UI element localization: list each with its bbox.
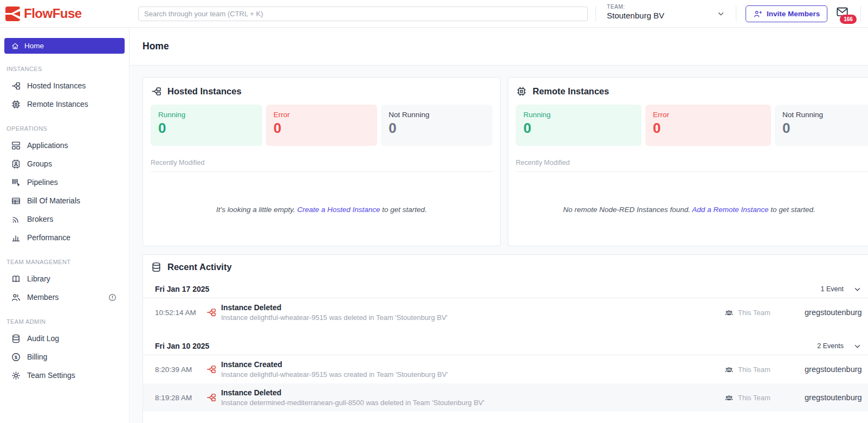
sidebar-item-label: Performance <box>27 233 70 242</box>
activity-group: Fri Jan 10 2025 2 Events 8:20:39 AM Inst… <box>143 337 868 412</box>
event-scope: This Team <box>738 394 770 402</box>
event-user: gregstoutenburg <box>805 308 868 317</box>
sidebar-item-audit-log[interactable]: Audit Log <box>4 329 125 348</box>
sidebar-item-billing[interactable]: $ Billing <box>4 348 125 366</box>
team-icon <box>724 308 734 317</box>
event-description: Instance delightful-wheatear-9515 was cr… <box>221 370 724 379</box>
search-input[interactable] <box>138 7 588 21</box>
hosted-instance-event-icon <box>206 364 217 375</box>
sidebar-item-label: Library <box>27 274 50 283</box>
hosted-instance-event-icon <box>206 307 217 318</box>
flowfuse-app: FlowFuse TEAM: Stoutenburg BV Invite Mem… <box>0 0 868 423</box>
flowfuse-logo[interactable]: FlowFuse <box>5 6 82 21</box>
hosted-instance-event-icon <box>206 392 217 403</box>
team-label: TEAM: <box>607 4 664 10</box>
bill-of-materials-icon <box>11 196 21 206</box>
sidebar-item-performance[interactable]: Performance <box>4 228 125 247</box>
notification-count-badge: 166 <box>840 15 857 24</box>
sidebar-item-label: Team Settings <box>27 371 75 380</box>
hosted-instances-icon <box>11 81 21 91</box>
activity-group: Fri Jan 17 2025 1 Event 10:52:14 AM Inst… <box>143 280 868 326</box>
invite-members-label: Invite Members <box>767 10 820 18</box>
stat-value: 0 <box>782 120 868 136</box>
sidebar-item-team-settings[interactable]: Team Settings <box>4 366 125 384</box>
svg-text:$: $ <box>15 354 17 360</box>
remote-instances-card: Remote Instances Running 0 Error 0 Not R… <box>508 77 868 246</box>
dashboard-content: Hosted Instances Running 0 Error 0 Not R… <box>130 66 868 423</box>
stat-label: Running <box>158 111 255 119</box>
brand-name: FlowFuse <box>24 6 82 21</box>
event-time: 8:20:39 AM <box>155 366 200 374</box>
notifications-button[interactable]: 166 <box>835 5 858 26</box>
team-icon <box>724 365 734 374</box>
audit-log-icon <box>11 334 21 344</box>
sidebar-item-applications[interactable]: Applications <box>4 136 125 155</box>
remote-not-running-stat: Not Running 0 <box>775 105 868 146</box>
remote-instances-icon <box>11 99 21 110</box>
event-time: 10:52:14 AM <box>155 309 200 317</box>
sidebar: Home INSTANCES Hosted Instances Remote I… <box>0 28 129 423</box>
team-icon <box>724 393 734 402</box>
sidebar-item-home[interactable]: Home <box>4 38 125 54</box>
sidebar-item-label: Hosted Instances <box>27 81 86 90</box>
chevron-down-icon[interactable] <box>716 9 726 18</box>
performance-icon <box>11 233 21 243</box>
sidebar-item-library[interactable]: Library <box>4 270 125 288</box>
header-divider <box>595 6 596 22</box>
event-title: Instance Deleted <box>221 303 724 312</box>
activity-event-row: 8:19:28 AM Instance Deleted Instance det… <box>143 383 868 412</box>
hosted-instances-card: Hosted Instances Running 0 Error 0 Not R… <box>142 77 501 246</box>
sidebar-section-team-management: TEAM MANAGEMENT <box>7 259 125 265</box>
sidebar-item-pipelines[interactable]: Pipelines <box>4 173 125 191</box>
event-description: Instance delightful-wheatear-9515 was de… <box>221 313 724 322</box>
event-title: Instance Created <box>221 360 724 369</box>
main-area: Home Hosted Instances Running 0 <box>130 28 868 423</box>
page-titlebar: Home <box>130 28 868 66</box>
stat-value: 0 <box>158 120 255 136</box>
top-header: FlowFuse TEAM: Stoutenburg BV Invite Mem… <box>0 0 868 28</box>
brokers-icon <box>11 214 21 225</box>
activity-event-row: 8:20:39 AM Instance Created Instance del… <box>143 355 868 383</box>
sidebar-item-members[interactable]: Members <box>4 288 125 306</box>
applications-icon <box>11 140 21 151</box>
remote-instances-icon <box>516 86 527 97</box>
sidebar-item-brokers[interactable]: Brokers <box>4 210 125 228</box>
add-remote-instance-link[interactable]: Add a Remote Instance <box>692 206 768 214</box>
event-time: 8:19:28 AM <box>155 394 200 402</box>
stat-label: Error <box>274 111 370 119</box>
sidebar-item-label: Brokers <box>27 215 53 223</box>
create-hosted-instance-link[interactable]: Create a Hosted Instance <box>297 206 380 214</box>
sidebar-item-label: Bill Of Materials <box>27 196 80 205</box>
library-icon <box>11 274 21 284</box>
event-user: gregstoutenburg <box>805 365 868 374</box>
event-title: Instance Deleted <box>221 388 724 397</box>
sidebar-item-groups[interactable]: Groups <box>4 155 125 173</box>
sidebar-section-team-admin: TEAM ADMIN <box>7 318 125 325</box>
activity-group-count: 1 Event <box>821 285 844 293</box>
hosted-running-stat: Running 0 <box>151 105 262 146</box>
sidebar-item-bill-of-materials[interactable]: Bill Of Materials <box>4 191 125 210</box>
recently-modified-label: Recently Modified <box>151 159 493 172</box>
chevron-down-icon[interactable] <box>853 285 861 293</box>
recent-activity-icon <box>151 261 162 273</box>
empty-text: to get started. <box>380 206 427 214</box>
event-scope: This Team <box>738 366 770 374</box>
sidebar-section-operations: OPERATIONS <box>7 125 125 132</box>
hosted-not-running-stat: Not Running 0 <box>381 105 493 146</box>
sidebar-item-remote-instances[interactable]: Remote Instances <box>4 95 125 113</box>
sidebar-item-label: Audit Log <box>27 334 59 343</box>
card-title: Remote Instances <box>533 86 609 97</box>
invite-members-button[interactable]: Invite Members <box>746 5 827 22</box>
chevron-down-icon[interactable] <box>853 342 861 350</box>
sidebar-item-hosted-instances[interactable]: Hosted Instances <box>4 76 125 95</box>
card-title: Hosted Instances <box>167 86 242 97</box>
flowfuse-logo-icon <box>5 7 20 21</box>
recent-activity-card: Recent Activity Fri Jan 17 2025 1 Event … <box>142 254 868 423</box>
sidebar-item-label: Billing <box>27 352 47 361</box>
sidebar-item-label: Members <box>27 293 59 302</box>
sidebar-item-label: Applications <box>27 141 68 150</box>
team-selector[interactable]: TEAM: Stoutenburg BV <box>607 4 664 20</box>
header-divider <box>860 6 861 22</box>
activity-group-date: Fri Jan 10 2025 <box>155 342 209 350</box>
alert-circle-icon <box>108 293 117 302</box>
